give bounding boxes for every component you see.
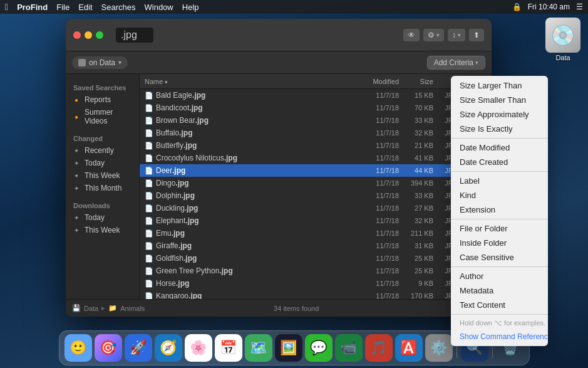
edit-menu[interactable]: Edit xyxy=(78,3,92,12)
desktop-data-icon[interactable]: 💿 Data xyxy=(545,18,580,61)
file-size: 21 KB xyxy=(399,142,433,149)
menubar-controlcenter[interactable]: ☰ xyxy=(576,3,583,11)
dock-calendar[interactable]: 📅 xyxy=(215,334,242,362)
window-menu[interactable]: Window xyxy=(145,3,173,12)
table-row[interactable]: 📄 Goldfish.jpg 11/7/18 25 KB JPEG image xyxy=(140,252,492,265)
file-list: 📄 Bald Eagle.jpg 11/7/18 15 KB JPEG imag… xyxy=(140,89,492,299)
table-row[interactable]: 📄 Bald Eagle.jpg 11/7/18 15 KB JPEG imag… xyxy=(140,89,492,102)
dl-today-icon: ✦ xyxy=(72,213,81,222)
sidebar-item-this-month[interactable]: ✦ This Month xyxy=(66,182,139,194)
location-pill[interactable]: on Data ▾ xyxy=(72,56,128,69)
sidebar-item-today[interactable]: ✦ Today xyxy=(66,157,139,169)
dropdown-item-file-folder[interactable]: File or Folder xyxy=(451,221,548,236)
dropdown-command-reference[interactable]: Show Command Reference xyxy=(451,330,548,344)
table-row[interactable]: 📄 Elephant.jpg 11/7/18 32 KB JPEG image xyxy=(140,214,492,227)
file-menu[interactable]: File xyxy=(56,3,70,12)
dock-maps[interactable]: 🗺️ xyxy=(245,334,272,362)
file-size: 25 KB xyxy=(399,255,433,262)
table-row[interactable]: 📄 Crocodylus Niloticus.jpg 11/7/18 41 KB… xyxy=(140,152,492,164)
share-button[interactable]: ⬆ xyxy=(469,29,484,41)
searches-menu[interactable]: Searches xyxy=(101,3,136,12)
dock-appstore[interactable]: 🅰️ xyxy=(395,334,423,362)
table-row[interactable]: 📄 Bandicoot.jpg 11/7/18 70 KB JPEG image xyxy=(140,102,492,114)
sidebar-item-recently[interactable]: ✦ Recently xyxy=(66,144,139,157)
table-row[interactable]: 📄 Brown Bear.jpg 11/7/18 33 KB JPEG imag… xyxy=(140,114,492,127)
file-modified: 11/7/18 xyxy=(349,129,399,137)
sort-button[interactable]: ↕ ▾ xyxy=(448,29,465,41)
table-row[interactable]: 📄 Green Tree Python.jpg 11/7/18 25 KB JP… xyxy=(140,265,492,277)
file-doc-icon: 📄 xyxy=(145,266,153,275)
dropdown-item-size-approx[interactable]: Size Approximately xyxy=(451,107,548,122)
file-modified: 11/7/18 xyxy=(349,142,399,149)
dock-safari[interactable]: 🧭 xyxy=(155,334,182,362)
table-row[interactable]: 📄 Dingo.jpg 11/7/18 394 KB JPEG image xyxy=(140,177,492,189)
sidebar-reports-label: Reports xyxy=(85,95,111,104)
table-row[interactable]: 📄 Emu.jpg 11/7/18 211 KB JPEG image xyxy=(140,227,492,239)
file-modified: 11/7/18 xyxy=(349,104,399,112)
search-term-display[interactable]: .jpg xyxy=(116,28,153,43)
dock-facetime[interactable]: 📹 xyxy=(335,334,363,362)
table-row[interactable]: 📄 Horse.jpg 11/7/18 9 KB JPEG image xyxy=(140,277,492,290)
dock-finder[interactable]: 🙂 xyxy=(64,334,92,362)
dock-quicktime[interactable]: 🖼️ xyxy=(275,334,302,362)
dropdown-item-label[interactable]: Label xyxy=(451,174,548,188)
dock-music[interactable]: 🎵 xyxy=(365,334,393,362)
dropdown-item-size-smaller[interactable]: Size Smaller Than xyxy=(451,93,548,107)
file-size: 31 KB xyxy=(399,242,433,250)
dropdown-item-extension[interactable]: Extension xyxy=(451,202,548,217)
dropdown-item-case-sensitive[interactable]: Case Sensitive xyxy=(451,250,548,265)
summer-videos-icon: ● xyxy=(72,112,81,121)
file-name: Dolphin.jpg xyxy=(156,191,349,200)
traffic-lights xyxy=(73,31,103,39)
breadcrumb: 💾 Data ▸ 📁 Animals xyxy=(72,304,145,312)
close-button[interactable] xyxy=(73,31,81,39)
titlebar-controls: 👁 ⚙ ▾ ↕ ▾ ⬆ xyxy=(403,29,484,41)
file-modified: 11/7/18 xyxy=(349,167,399,174)
dropdown-item-text-content[interactable]: Text Content xyxy=(451,298,548,312)
table-row[interactable]: 📄 Deer.jpg 11/7/18 44 KB JPEG image xyxy=(140,164,492,177)
dock-messages[interactable]: 💬 xyxy=(305,334,333,362)
table-row[interactable]: 📄 Kangaroo.jpg 11/7/18 170 KB JPEG image xyxy=(140,290,492,299)
file-name: Goldfish.jpg xyxy=(156,254,349,263)
dropdown-item-date-modified[interactable]: Date Modified xyxy=(451,140,548,155)
dropdown-item-size-exactly[interactable]: Size Is Exactly xyxy=(451,122,548,136)
add-criteria-area: Add Criteria ▾ Size Larger Than Size Sma… xyxy=(427,56,485,70)
table-row[interactable]: 📄 Duckling.jpg 11/7/18 27 KB JPEG image xyxy=(140,202,492,214)
file-modified: 11/7/18 xyxy=(349,92,399,99)
help-menu[interactable]: Help xyxy=(182,3,199,12)
sidebar-item-this-week[interactable]: ✦ This Week xyxy=(66,169,139,182)
dock-preferences[interactable]: ⚙️ xyxy=(425,334,453,362)
eye-icon: 👁 xyxy=(408,31,415,39)
dropdown-item-date-created[interactable]: Date Created xyxy=(451,155,548,169)
sidebar-item-dl-week[interactable]: ✦ This Week xyxy=(66,224,139,236)
file-name: Elephant.jpg xyxy=(156,216,349,225)
file-size: 33 KB xyxy=(399,192,433,199)
apple-menu[interactable]:  xyxy=(5,2,8,12)
dropdown-item-size-larger[interactable]: Size Larger Than xyxy=(451,78,548,93)
dock-photos[interactable]: 🌸 xyxy=(185,334,212,362)
table-row[interactable]: 📄 Buffalo.jpg 11/7/18 32 KB JPEG image xyxy=(140,127,492,139)
add-criteria-button[interactable]: Add Criteria ▾ xyxy=(427,56,485,70)
dock-launchpad[interactable]: 🚀 xyxy=(125,334,152,362)
preview-button[interactable]: 👁 xyxy=(403,29,420,41)
table-row[interactable]: 📄 Butterfly.jpg 11/7/18 21 KB JPEG image xyxy=(140,139,492,152)
this-month-icon: ✦ xyxy=(72,184,81,192)
sidebar-item-summer-videos[interactable]: ● Summer Videos xyxy=(66,106,139,127)
maximize-button[interactable] xyxy=(96,31,103,39)
file-size: 9 KB xyxy=(399,280,433,287)
dropdown-item-inside-folder[interactable]: Inside Folder xyxy=(451,236,548,250)
gear-button[interactable]: ⚙ ▾ xyxy=(423,29,444,41)
dropdown-item-metadata[interactable]: Metadata xyxy=(451,283,548,298)
dropdown-item-kind[interactable]: Kind xyxy=(451,188,548,202)
file-doc-icon: 📄 xyxy=(145,141,153,150)
sidebar-item-reports[interactable]: ● Reports xyxy=(66,93,139,106)
table-row[interactable]: 📄 Giraffe.jpg 11/7/18 31 KB JPEG image xyxy=(140,239,492,252)
dock-siri[interactable]: 🎯 xyxy=(95,334,122,362)
app-name-menu[interactable]: ProFind xyxy=(17,3,48,12)
file-size: 44 KB xyxy=(399,167,433,174)
table-row[interactable]: 📄 Dolphin.jpg 11/7/18 33 KB JPEG image xyxy=(140,189,492,202)
sidebar-item-dl-today[interactable]: ✦ Today xyxy=(66,211,139,224)
minimize-button[interactable] xyxy=(85,31,92,39)
file-modified: 11/7/18 xyxy=(349,179,399,187)
dropdown-item-author[interactable]: Author xyxy=(451,269,548,283)
